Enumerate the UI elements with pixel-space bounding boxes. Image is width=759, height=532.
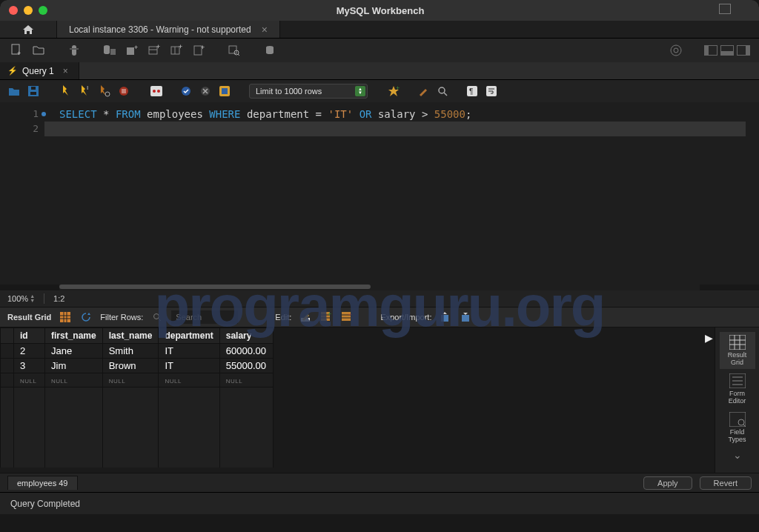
result-grid[interactable]: idfirst_namelast_namedepartmentsalary 2J… (0, 327, 715, 473)
svg-rect-7 (110, 49, 116, 55)
field-types-tab-label: Field Types (728, 428, 746, 443)
query-tab-label: Query 1 (22, 66, 54, 76)
table-cell[interactable]: 60000.00 (219, 344, 273, 359)
table-cell[interactable]: 2 (14, 344, 45, 359)
table-row[interactable]: 3JimBrownIT55000.00 (1, 359, 274, 373)
svg-line-52 (159, 319, 161, 321)
new-view-icon[interactable]: + (169, 43, 184, 58)
open-sql-file-icon[interactable] (31, 43, 46, 58)
home-tab[interactable] (0, 21, 56, 38)
field-types-icon (729, 412, 746, 427)
toggle-invisible-icon[interactable]: ¶ (465, 84, 479, 98)
export-icon[interactable] (439, 310, 452, 324)
import-icon[interactable] (460, 310, 473, 324)
settings-icon[interactable] (669, 43, 683, 58)
column-header[interactable]: first_name (45, 328, 103, 344)
svg-rect-39 (222, 88, 228, 94)
open-file-icon[interactable] (7, 84, 21, 98)
table-cell-null[interactable]: NULL (159, 373, 219, 388)
table-cell[interactable]: 55000.00 (219, 359, 273, 373)
toggle-ws-icon[interactable] (150, 84, 163, 98)
code-area[interactable]: SELECT * FROM employees WHERE department… (44, 102, 759, 285)
execute-icon[interactable] (59, 84, 73, 98)
result-grid-tab-label: Result Grid (728, 351, 747, 366)
svg-rect-27 (30, 92, 36, 95)
field-types-tab[interactable]: Field Types (720, 409, 755, 446)
rollback-icon[interactable] (199, 84, 212, 98)
table-cell-null[interactable]: NULL (102, 373, 159, 388)
table-cell[interactable]: IT (159, 359, 219, 373)
table-cell-null[interactable]: NULL (45, 373, 103, 388)
execute-current-icon[interactable]: I (79, 84, 92, 98)
result-caret-icon[interactable]: ▶ (705, 332, 713, 344)
save-file-icon[interactable] (27, 84, 40, 98)
apply-button[interactable]: Apply (643, 476, 692, 490)
result-side-panel: Result Grid Form Editor Field Types ⌄ (715, 327, 759, 473)
limit-rows-dropdown[interactable]: Limit to 1000 rows ▲▼ (249, 84, 368, 99)
svg-point-41 (439, 87, 445, 93)
result-grid-tab[interactable]: Result Grid (720, 332, 755, 369)
add-row-icon[interactable]: + (319, 310, 333, 324)
toggle-right-panel-icon[interactable] (737, 45, 750, 56)
new-table-icon[interactable]: + (147, 43, 162, 58)
bottom-tab-bar: employees 49 Apply Revert (0, 473, 759, 492)
revert-button[interactable]: Revert (700, 476, 752, 490)
table-cell[interactable]: Smith (102, 344, 159, 359)
table-cell[interactable]: Jane (45, 344, 103, 359)
reconnect-icon[interactable] (262, 43, 277, 58)
search-table-icon[interactable] (227, 43, 242, 58)
new-procedure-icon[interactable]: + (191, 43, 206, 58)
close-tab-icon[interactable]: × (262, 24, 268, 36)
column-header[interactable]: department (159, 328, 219, 344)
result-set-tab[interactable]: employees 49 (7, 476, 78, 490)
grid-icon (729, 335, 746, 350)
brush-icon[interactable] (417, 84, 430, 98)
refresh-icon[interactable] (79, 310, 93, 324)
sql-editor[interactable]: 1 2 SELECT * FROM employees WHERE depart… (0, 102, 759, 285)
zoom-level[interactable]: 100% ▲▼ (7, 294, 35, 303)
result-grid-label: Result Grid (7, 313, 51, 322)
lightning-icon: ⚡ (7, 66, 18, 76)
svg-point-30 (105, 92, 110, 96)
toggle-left-panel-icon[interactable] (704, 45, 717, 56)
new-schema-icon[interactable]: + (125, 43, 139, 58)
db-schema-icon[interactable] (102, 43, 117, 58)
toggle-bottom-panel-icon[interactable] (720, 45, 734, 56)
find-icon[interactable] (436, 84, 449, 98)
column-header[interactable]: last_name (102, 328, 159, 344)
column-header[interactable]: salary (219, 328, 273, 344)
connection-tab[interactable]: Local instance 3306 - Warning - not supp… (56, 21, 280, 38)
grid-view-icon[interactable] (59, 310, 72, 324)
inspector-icon[interactable] (67, 43, 82, 58)
table-cell-null[interactable]: NULL (219, 373, 273, 388)
table-cell[interactable]: Jim (45, 359, 103, 373)
filter-search-input[interactable] (171, 310, 238, 324)
table-row[interactable]: 2JaneSmithIT60000.00 (1, 344, 274, 359)
query-tab[interactable]: ⚡ Query 1 × (0, 62, 79, 79)
chevron-down-icon[interactable]: ⌄ (733, 449, 742, 461)
beautify-icon[interactable]: + (387, 84, 400, 98)
explain-icon[interactable] (98, 84, 111, 98)
svg-text:+: + (17, 50, 21, 57)
editor-hscrollbar[interactable] (59, 285, 700, 290)
wrap-cell-icon[interactable] (719, 4, 731, 14)
autocommit-icon[interactable] (218, 84, 231, 98)
close-query-tab-icon[interactable]: × (63, 66, 68, 76)
table-cell[interactable]: IT (159, 344, 219, 359)
panel-toggle-group (704, 45, 750, 56)
edit-row-icon[interactable] (299, 310, 312, 324)
delete-row-icon[interactable]: − (340, 310, 354, 324)
table-cell[interactable]: 3 (14, 359, 45, 373)
stop-icon[interactable] (117, 84, 130, 98)
wrap-icon[interactable] (485, 84, 498, 98)
table-cell-null[interactable]: NULL (14, 373, 45, 388)
form-editor-tab[interactable]: Form Editor (720, 370, 755, 408)
export-import-label: Export/Import: (380, 313, 431, 322)
table-row-null[interactable]: NULLNULLNULLNULLNULL (1, 373, 274, 388)
svg-text:+: + (156, 44, 160, 50)
new-sql-file-icon[interactable]: + (9, 43, 24, 58)
column-header[interactable]: id (14, 328, 45, 344)
table-cell[interactable]: Brown (102, 359, 159, 373)
commit-icon[interactable] (179, 84, 193, 98)
scrollbar-thumb[interactable] (59, 285, 371, 289)
